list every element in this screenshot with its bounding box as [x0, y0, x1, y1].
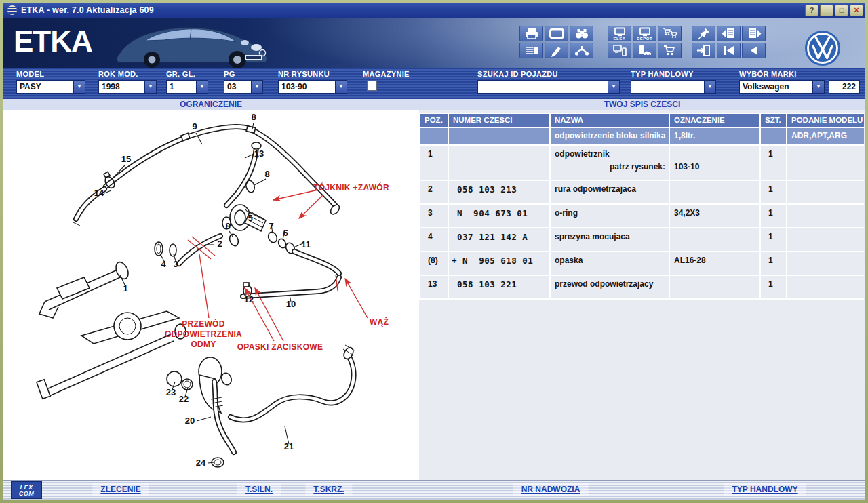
- group-szt: [761, 128, 786, 144]
- parts-diagram[interactable]: 981514138576118234112102322202124 TÓJKNI…: [3, 110, 419, 480]
- cell-model: [787, 228, 864, 251]
- sub-bar: OGRANICZENIE TWÓJ SPIS CZESCI: [3, 99, 865, 110]
- ograniczenie-link[interactable]: OGRANICZENIE: [3, 100, 419, 109]
- toolbar-icon-label: DEPOT: [633, 37, 656, 41]
- chevron-down-icon[interactable]: ▼: [196, 81, 208, 93]
- table-row[interactable]: 1odpowietrznikpatrz rysunek: 103-101: [420, 146, 863, 180]
- cell-model: [787, 276, 864, 298]
- status-nr-nadwozia[interactable]: NR NADWOZIA: [513, 483, 589, 496]
- cell-oznaczenie: [670, 181, 760, 203]
- etka-window: ETKA - wer. 7.0 Aktualizacja 609 ?_□× ET…: [0, 0, 868, 503]
- binoculars-icon: [573, 27, 591, 40]
- diagram-callout-15: 15: [121, 154, 131, 164]
- cell-oznaczenie: AL16-28: [670, 252, 760, 275]
- status-t-skrz-[interactable]: T.SKRZ.: [305, 483, 352, 496]
- toolbar-icon-label: ELSA: [608, 37, 631, 41]
- doc-next-icon: [745, 27, 763, 40]
- parts-list-button[interactable]: [519, 43, 543, 58]
- typ-handlowy-label: TYP HANDLOWY: [631, 70, 694, 78]
- cell-oznaczenie: [670, 228, 760, 251]
- diagram-callout-8: 8: [251, 112, 256, 122]
- chevron-down-icon[interactable]: ▼: [812, 81, 824, 93]
- chevron-down-icon[interactable]: ▼: [144, 81, 156, 93]
- diagram-callout-1: 1: [123, 283, 127, 294]
- help-button[interactable]: ?: [805, 5, 818, 16]
- diagram-callout-13: 13: [254, 148, 264, 159]
- nr-rysunku-value: 103-90: [279, 81, 335, 93]
- nav-back-button[interactable]: [742, 43, 766, 58]
- doc-next-button[interactable]: [742, 26, 766, 41]
- status-zlecenie[interactable]: ZLECENIE: [92, 483, 149, 496]
- binoculars-button[interactable]: [570, 26, 593, 41]
- pencil-button[interactable]: [545, 43, 568, 58]
- chevron-down-icon[interactable]: ▼: [608, 81, 619, 93]
- pg-select[interactable]: 03▼: [224, 80, 263, 94]
- pin-button[interactable]: [692, 26, 715, 41]
- axle-button[interactable]: [570, 43, 593, 58]
- doc-vehicle-button[interactable]: [633, 43, 656, 58]
- typ-handlowy-select[interactable]: ▼: [631, 80, 716, 94]
- group-poz: [420, 128, 448, 144]
- twoj-spis-czesci-link[interactable]: TWÓJ SPIS CZESCI: [419, 100, 865, 109]
- model-select[interactable]: PASY▼: [16, 80, 85, 94]
- table-row[interactable]: 13 058 103 221przewod odpowietrzajacy1: [420, 276, 863, 298]
- print-button[interactable]: [519, 26, 543, 41]
- cell-numer: 058 103 221: [449, 276, 549, 298]
- diagram-callout-2: 2: [217, 239, 222, 249]
- gr-gl-select[interactable]: 1▼: [166, 80, 208, 94]
- cell-szt: 1: [761, 205, 786, 227]
- exit-button[interactable]: [692, 43, 715, 58]
- cell-nazwa: rura odpowietrzajaca: [551, 181, 669, 203]
- nav-first-button[interactable]: [717, 43, 741, 58]
- cart-button[interactable]: [658, 43, 682, 58]
- diagram-callout-10: 10: [286, 299, 296, 309]
- cell-nazwa: o-ring: [551, 205, 669, 227]
- lexcom-logo[interactable]: LEX COM: [11, 481, 42, 499]
- diagram-annotation: PRZEWÓDODPOWIETRZENIAODMY: [165, 319, 242, 349]
- chevron-down-icon[interactable]: ▼: [251, 81, 262, 93]
- vehicle-form-bar: MAGAZYNIE 222 MODELPASY▼ROK MOD.1998▼GR.…: [3, 68, 865, 99]
- cell-model: [787, 252, 864, 275]
- nr-rysunku-select[interactable]: 103-90▼: [278, 80, 347, 94]
- cell-nazwa: opaska: [551, 252, 669, 275]
- diagram-callout-20: 20: [185, 416, 195, 426]
- chevron-down-icon[interactable]: ▼: [73, 81, 85, 93]
- table-row[interactable]: 4 037 121 142 Asprezyna mocujaca1: [420, 228, 863, 251]
- doc-prev-button[interactable]: [717, 26, 741, 41]
- szukaj-id-pojazdu-select[interactable]: ▼: [477, 80, 620, 94]
- close-button[interactable]: ×: [850, 5, 863, 16]
- status-t-siln-[interactable]: T.SILN.: [237, 483, 281, 496]
- status-typ-handlowy[interactable]: TYP HANDLOWY: [724, 483, 806, 496]
- monitor-device-button[interactable]: [608, 43, 631, 58]
- diagram-callout-24: 24: [196, 458, 206, 468]
- cell-poz: 1: [420, 146, 448, 180]
- table-row[interactable]: 3 N 904 673 01o-ring34,2X31: [420, 205, 863, 227]
- red-annotation-lines: [188, 190, 368, 341]
- szukaj-id-pojazdu-label: SZUKAJ ID POJAZDU: [477, 70, 558, 78]
- maximize-button[interactable]: □: [835, 5, 848, 16]
- pencil-icon: [548, 44, 566, 57]
- carts-button[interactable]: [658, 26, 682, 41]
- cell-oznaczenie: 103-10: [670, 146, 760, 180]
- carts-icon: [661, 27, 679, 40]
- rok-mod-label: ROK MOD.: [98, 70, 138, 78]
- wybor-marki-select[interactable]: Volkswagen▼: [739, 80, 825, 94]
- cell-szt: 1: [761, 181, 786, 203]
- monitor-button[interactable]: DEPOT: [633, 26, 656, 41]
- magazynie-checkbox[interactable]: [367, 81, 377, 91]
- minimize-button[interactable]: _: [820, 5, 833, 16]
- group-row[interactable]: odpowietrzenie bloku silnika1,8ltr.ADR,A…: [420, 128, 863, 144]
- rok-mod-select[interactable]: 1998▼: [98, 80, 157, 94]
- model-value: PASY: [17, 81, 73, 93]
- chevron-down-icon[interactable]: ▼: [704, 81, 715, 93]
- cell-poz: 2: [420, 181, 448, 203]
- chevron-down-icon[interactable]: ▼: [335, 81, 347, 93]
- table-row[interactable]: 2 058 103 213rura odpowietrzajaca1: [420, 181, 863, 203]
- monitor-button[interactable]: ELSA: [608, 26, 631, 41]
- toolbar-group-navigation: [692, 26, 766, 59]
- table-row[interactable]: (8)+ N 905 618 01opaskaAL16-281: [420, 252, 863, 275]
- frame-button[interactable]: [545, 26, 568, 41]
- frame-icon: [548, 27, 566, 40]
- gr-gl-label: GR. GL.: [166, 70, 195, 78]
- diagram-callout-22: 22: [179, 394, 189, 404]
